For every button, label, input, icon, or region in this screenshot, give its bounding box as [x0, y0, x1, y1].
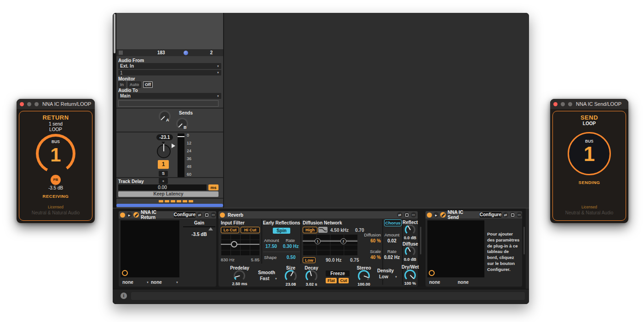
- diffusion-node-2[interactable]: 2: [340, 238, 346, 244]
- reflect-value[interactable]: 0.0 dB: [402, 236, 418, 240]
- er-shape-value[interactable]: 0.50: [287, 255, 295, 260]
- param-select-1[interactable]: none ▼: [121, 279, 151, 285]
- chorus-amount-value[interactable]: 0.02: [382, 238, 402, 243]
- param-field-2[interactable]: none: [456, 279, 487, 285]
- input-channel-select[interactable]: 1 ▼: [118, 70, 221, 75]
- param-select-2[interactable]: none ▼: [149, 279, 180, 285]
- gain-value[interactable]: -3.5 dB: [183, 232, 215, 237]
- reflect-knob[interactable]: [405, 224, 415, 235]
- fader-handle-icon[interactable]: [172, 144, 175, 148]
- minimize-icon[interactable]: [561, 102, 565, 106]
- shelf-shape-icon[interactable]: [318, 227, 328, 233]
- predelay-knob[interactable]: [234, 270, 245, 282]
- pan-knob[interactable]: [157, 144, 171, 158]
- smooth-select[interactable]: Fast ▼: [258, 276, 279, 282]
- more-options-icon[interactable]: •••: [411, 212, 416, 218]
- solo-button[interactable]: S: [159, 171, 168, 177]
- track-activator-button[interactable]: 1: [158, 160, 169, 169]
- fb-button[interactable]: FB: [51, 175, 61, 185]
- plugin-panel[interactable]: [427, 220, 484, 277]
- crossfade-indicator[interactable]: [159, 200, 193, 202]
- reverb-device-header[interactable]: Reverb ⇄ •••: [218, 211, 418, 218]
- volume-meter[interactable]: [178, 133, 184, 178]
- chorus-button[interactable]: Chorus: [384, 219, 402, 226]
- hot-swap-icon[interactable]: ⇄: [197, 212, 202, 218]
- return-window-titlebar[interactable]: NNA IC Return/LOOP: [17, 99, 95, 109]
- diffuse-value[interactable]: 0.0 dB: [402, 257, 418, 262]
- plugin-edit-icon[interactable]: [133, 212, 139, 218]
- save-preset-icon[interactable]: [404, 212, 409, 218]
- send-b-knob[interactable]: B: [176, 118, 188, 130]
- freeze-button[interactable]: Freeze: [326, 270, 350, 276]
- cut-button[interactable]: Cut: [339, 278, 349, 283]
- more-options-icon[interactable]: •••: [211, 212, 216, 218]
- zoom-icon[interactable]: [568, 102, 572, 106]
- plugin-panel[interactable]: [121, 220, 179, 277]
- hot-swap-icon[interactable]: ⇄: [397, 212, 402, 218]
- scale-value[interactable]: 40 %: [359, 255, 381, 260]
- track-delay-field[interactable]: 0.00: [118, 184, 207, 190]
- zoom-icon[interactable]: [34, 102, 39, 106]
- low-freq-value[interactable]: 90.0 Hz: [326, 258, 341, 263]
- unfold-device-icon[interactable]: ▶: [433, 212, 439, 218]
- save-preset-icon[interactable]: [204, 212, 209, 218]
- er-rate-value[interactable]: 0.30 Hz: [283, 244, 299, 249]
- stereo-value[interactable]: 100.00: [352, 282, 376, 287]
- low-shelf-button[interactable]: Low: [303, 257, 316, 263]
- flat-button[interactable]: Flat: [326, 278, 337, 283]
- close-icon[interactable]: [20, 102, 24, 106]
- audio-from-select[interactable]: Ext. In ▼: [118, 63, 221, 69]
- clip-area[interactable]: [116, 13, 223, 50]
- size-value[interactable]: 23.08: [279, 282, 302, 287]
- volume-value[interactable]: -23.1: [156, 134, 173, 140]
- configure-button[interactable]: Configure: [174, 212, 196, 218]
- bus-dial[interactable]: BUS 1: [568, 132, 611, 175]
- lo-cut-button[interactable]: Lo Cut: [221, 227, 239, 233]
- dry-wet-knob[interactable]: [404, 270, 416, 281]
- hi-cut-button[interactable]: Hi Cut: [241, 227, 260, 233]
- vertical-scrollbar[interactable]: [114, 14, 115, 53]
- plugin-edit-icon[interactable]: [440, 212, 446, 218]
- stereo-knob[interactable]: [358, 270, 370, 282]
- keep-latency-button[interactable]: Keep Latency: [118, 191, 218, 197]
- input-filter-display[interactable]: [221, 234, 259, 255]
- monitor-dot-icon[interactable]: [184, 51, 188, 55]
- arm-button[interactable]: ●: [159, 178, 168, 184]
- filter-q-value[interactable]: 5.85: [244, 257, 259, 262]
- diffuse-knob[interactable]: [405, 246, 415, 257]
- audio-to-select[interactable]: Main ▼: [118, 93, 221, 99]
- monitor-in-button[interactable]: In: [118, 81, 126, 88]
- minimize-icon[interactable]: [27, 102, 31, 106]
- info-icon[interactable]: i: [121, 293, 127, 299]
- delay-unit-button[interactable]: ms: [208, 184, 218, 190]
- device-drop-handle[interactable]: [420, 227, 421, 254]
- output-channel-field[interactable]: [118, 100, 218, 107]
- diffusion-node-1[interactable]: 1: [315, 238, 321, 244]
- device-on-button[interactable]: [220, 213, 225, 218]
- low-gain-value[interactable]: 0.75: [350, 258, 359, 263]
- device-drop-handle[interactable]: [523, 227, 525, 254]
- device-on-button[interactable]: [427, 213, 432, 218]
- configure-button[interactable]: Configure: [480, 212, 501, 218]
- send-device-header[interactable]: ▶ NNA IC Send Configure ⇄ •••: [426, 211, 522, 218]
- send-a-knob[interactable]: A: [159, 110, 171, 122]
- chorus-rate-value[interactable]: 0.02 Hz: [382, 255, 402, 260]
- monitor-off-button[interactable]: Off: [143, 81, 153, 88]
- device-on-button[interactable]: [120, 213, 125, 218]
- dry-wet-value[interactable]: 100 %: [402, 281, 418, 286]
- decay-value[interactable]: 3.02 s: [300, 282, 323, 287]
- close-icon[interactable]: [553, 102, 558, 106]
- size-knob[interactable]: [285, 270, 297, 282]
- more-options-icon[interactable]: •••: [517, 212, 522, 218]
- high-shelf-button[interactable]: High: [303, 227, 317, 233]
- gain-slider-handle[interactable]: [208, 227, 213, 230]
- hot-swap-icon[interactable]: ⇄: [503, 212, 508, 218]
- param-field-1[interactable]: none: [427, 279, 458, 285]
- filter-node[interactable]: [231, 241, 237, 247]
- monitor-auto-button[interactable]: Auto: [128, 81, 141, 88]
- high-freq-value[interactable]: 4.50 kHz: [330, 228, 349, 233]
- unfold-device-icon[interactable]: ▶: [126, 212, 132, 218]
- density-select[interactable]: Low ▼: [377, 274, 399, 280]
- predelay-value[interactable]: 2.50 ms: [228, 282, 252, 286]
- clip-stop-button[interactable]: [119, 51, 123, 55]
